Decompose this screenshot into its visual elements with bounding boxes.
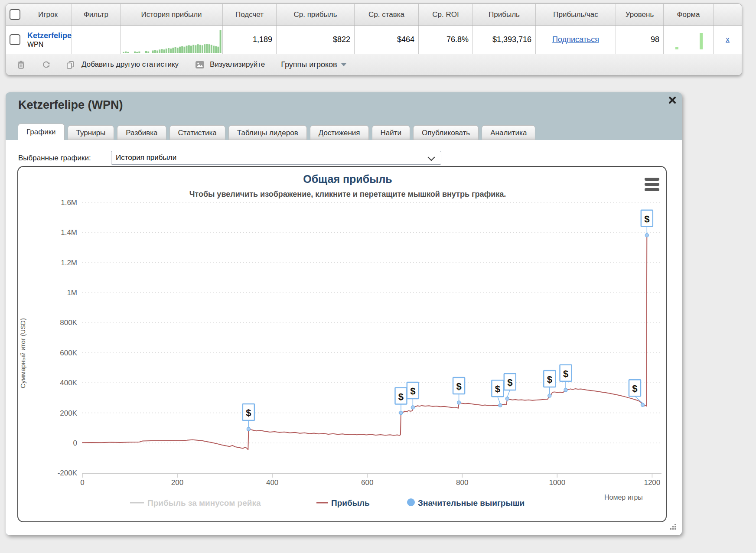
column-header-2[interactable]: Фильтр (72, 4, 121, 25)
chart-select[interactable]: История прибыли (111, 151, 441, 165)
visualize-button[interactable]: Визуализируйте (210, 60, 265, 69)
profit-history-sparkline[interactable] (121, 26, 223, 54)
column-header-12[interactable] (714, 4, 742, 25)
svg-text:$: $ (246, 407, 251, 418)
column-header-5[interactable]: Ср. прибыль (277, 4, 355, 25)
avg-profit-cell: $822 (277, 26, 355, 54)
table-toolbar: Добавить другую статистику Визуализируйт… (6, 54, 742, 75)
remove-cell: x (714, 26, 742, 54)
svg-text:-200K: -200K (58, 469, 78, 477)
subscribe-link[interactable]: Подписаться (552, 35, 599, 44)
tab-bar: ГрафикиТурнирыРазбивкаСтатистикаТаблицы … (18, 124, 535, 140)
column-header-11[interactable]: Форма (664, 4, 714, 25)
page: ИгрокФильтрИстория прибылиПодсчетСр. при… (0, 0, 756, 553)
panel-title: Ketzerfelipe (WPN) (18, 98, 123, 112)
player-detail-panel: Ketzerfelipe (WPN) ГрафикиТурнирыРазбивк… (6, 92, 682, 535)
avg-stake-cell: $464 (355, 26, 419, 54)
svg-text:600: 600 (361, 478, 373, 487)
row-checkbox[interactable] (10, 34, 20, 45)
table-row: Ketzerfelipe WPN 1,189 $822 $464 76.8% $… (6, 26, 742, 54)
column-header-0 (6, 4, 24, 25)
svg-text:Прибыль за минусом рейка: Прибыль за минусом рейка (147, 498, 261, 507)
svg-text:800: 800 (456, 478, 468, 487)
level-cell: 98 (616, 26, 664, 54)
svg-text:800K: 800K (60, 319, 77, 327)
form-cell (664, 26, 714, 54)
column-header-3[interactable]: История прибыли (121, 4, 223, 25)
svg-text:600K: 600K (60, 349, 77, 357)
column-header-10[interactable]: Уровень (616, 4, 664, 25)
profit-chart-svg: 1.6M1.4M1.2M1M800K600K400K200K0-200K0200… (18, 167, 666, 521)
column-header-1[interactable]: Игрок (24, 4, 72, 25)
svg-text:1000: 1000 (549, 478, 565, 487)
select-all-checkbox[interactable] (10, 9, 20, 20)
svg-text:200K: 200K (60, 409, 77, 417)
svg-text:1.6M: 1.6M (61, 198, 77, 207)
tab-1[interactable]: Турниры (68, 125, 114, 140)
row-checkbox-cell (6, 26, 24, 54)
table-header-row: ИгрокФильтрИстория прибылиПодсчетСр. при… (6, 4, 742, 26)
profit-chart[interactable]: 1.6M1.4M1.2M1M800K600K400K200K0-200K0200… (17, 166, 667, 522)
refresh-icon[interactable] (42, 60, 51, 69)
selected-charts-label: Выбранные графики: (18, 154, 91, 163)
svg-text:Суммарный итог (USD): Суммарный итог (USD) (19, 318, 26, 388)
sparkline-chart (122, 29, 222, 54)
delete-icon[interactable] (17, 60, 25, 69)
svg-text:$: $ (632, 383, 637, 394)
player-network: WPN (27, 41, 43, 49)
chevron-down-icon (428, 154, 435, 161)
form-bars-chart (664, 28, 713, 52)
resize-handle-icon[interactable] (669, 524, 677, 530)
tab-0[interactable]: Графики (18, 124, 65, 140)
close-icon[interactable] (668, 96, 676, 104)
svg-text:$: $ (547, 374, 552, 385)
svg-text:1.4M: 1.4M (61, 228, 77, 237)
column-header-9[interactable]: Прибыль/час (536, 4, 616, 25)
filter-cell (72, 26, 121, 54)
tab-3[interactable]: Статистика (169, 125, 225, 140)
remove-row-link[interactable]: x (726, 35, 730, 44)
svg-text:1200: 1200 (644, 478, 660, 487)
svg-text:Значительные выигрыши: Значительные выигрыши (418, 498, 525, 507)
tab-4[interactable]: Таблицы лидеров (228, 125, 307, 140)
player-name-link[interactable]: Ketzerfelipe (27, 31, 72, 40)
player-groups-label: Группы игроков (281, 60, 337, 69)
tab-6[interactable]: Найти (372, 125, 411, 140)
svg-text:$: $ (398, 391, 404, 402)
tab-7[interactable]: Опубликовать (413, 125, 479, 140)
svg-text:$: $ (563, 368, 568, 379)
column-header-6[interactable]: Ср. ставка (355, 4, 419, 25)
svg-text:1.2M: 1.2M (61, 259, 77, 267)
player-stats-table: ИгрокФильтрИстория прибылиПодсчетСр. при… (6, 3, 742, 75)
player-groups-dropdown[interactable]: Группы игроков (281, 60, 346, 69)
chart-select-value: История прибыли (116, 153, 176, 162)
svg-text:Прибыль: Прибыль (331, 498, 370, 507)
svg-text:200: 200 (171, 478, 183, 487)
avg-roi-cell: 76.8% (419, 26, 473, 54)
chart-menu-icon[interactable] (645, 178, 659, 191)
chevron-down-icon (341, 63, 346, 66)
tab-2[interactable]: Разбивка (117, 125, 166, 140)
player-cell: Ketzerfelipe WPN (24, 26, 72, 54)
svg-text:$: $ (456, 381, 461, 392)
svg-text:$: $ (507, 377, 512, 388)
column-header-7[interactable]: Ср. ROI (419, 4, 473, 25)
svg-text:Номер игры: Номер игры (604, 494, 643, 501)
panel-body: Выбранные графики: История прибыли 1.6M1… (6, 140, 682, 535)
profit-per-hour-cell: Подписаться (536, 26, 616, 54)
svg-text:0: 0 (80, 478, 84, 487)
column-header-8[interactable]: Прибыль (473, 4, 536, 25)
svg-text:400K: 400K (60, 379, 77, 387)
visualize-icon[interactable] (195, 61, 205, 69)
svg-text:$: $ (495, 384, 500, 394)
svg-text:Чтобы увеличить изображение, к: Чтобы увеличить изображение, кликните и … (189, 190, 506, 198)
svg-text:1M: 1M (67, 289, 77, 297)
tab-5[interactable]: Достижения (310, 125, 369, 140)
profit-cell: $1,393,716 (473, 26, 536, 54)
column-header-4[interactable]: Подсчет (223, 4, 277, 25)
svg-text:$: $ (644, 214, 649, 224)
tab-8[interactable]: Аналитика (482, 125, 535, 140)
svg-text:Общая прибыль: Общая прибыль (303, 173, 392, 185)
copy-icon[interactable] (66, 61, 75, 69)
add-statistic-button[interactable]: Добавить другую статистику (81, 60, 179, 69)
